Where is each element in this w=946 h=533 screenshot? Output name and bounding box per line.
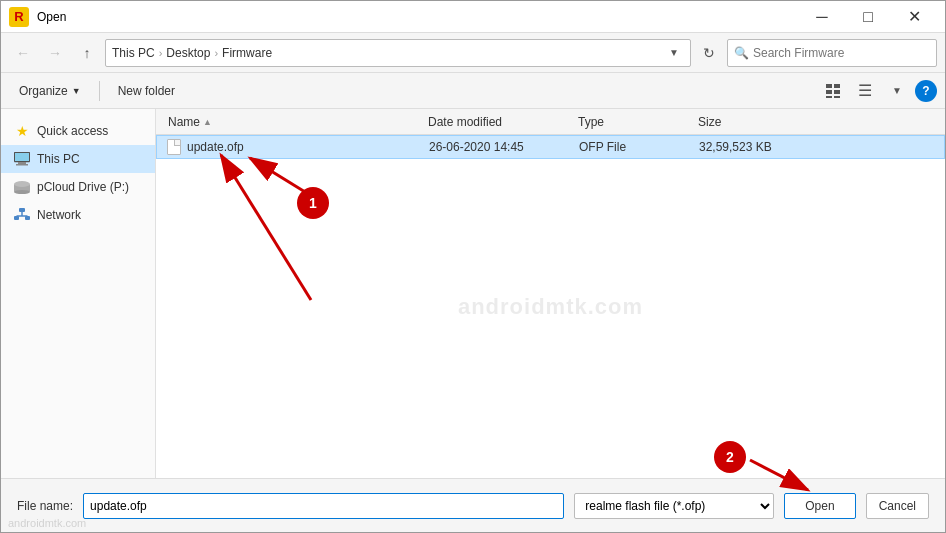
sidebar-item-pcloud[interactable]: pCloud Drive (P:): [1, 173, 155, 201]
file-size-cell: 32,59,523 KB: [699, 140, 936, 154]
up-button[interactable]: ↑: [73, 39, 101, 67]
svg-rect-8: [18, 162, 26, 164]
svg-rect-3: [834, 90, 840, 94]
open-dialog-window: R Open ─ □ ✕ ← → ↑ This PC › Desktop › F…: [0, 0, 946, 533]
view-options-button[interactable]: [819, 78, 847, 104]
file-list: androidmtk.com update.ofp 26-06-2020 14:…: [156, 135, 945, 478]
new-folder-label: New folder: [118, 84, 175, 98]
maximize-button[interactable]: □: [845, 1, 891, 33]
sidebar-item-network[interactable]: Network: [1, 201, 155, 229]
star-icon: ★: [13, 122, 31, 140]
column-header-name[interactable]: Name ▲: [164, 109, 424, 134]
open-button[interactable]: Open: [784, 493, 855, 519]
new-folder-button[interactable]: New folder: [108, 78, 185, 104]
nav-bar: ← → ↑ This PC › Desktop › Firmware ▼ ↻ 🔍: [1, 33, 945, 73]
sidebar-item-this-pc[interactable]: This PC: [1, 145, 155, 173]
view-dropdown-button[interactable]: ▼: [883, 78, 911, 104]
sidebar: ★ Quick access This PC: [1, 109, 156, 478]
view-toggle-icon: ☰: [858, 81, 872, 100]
svg-rect-9: [16, 164, 28, 166]
view-grid-icon: [825, 83, 841, 99]
organize-label: Organize: [19, 84, 68, 98]
organize-dropdown-icon: ▼: [72, 86, 81, 96]
sidebar-item-quick-access[interactable]: ★ Quick access: [1, 117, 155, 145]
bottom-bar: File name: realme flash file (*.ofp) Ope…: [1, 478, 945, 532]
svg-point-12: [14, 190, 30, 194]
sidebar-item-label: Quick access: [37, 124, 108, 138]
file-name-cell: update.ofp: [187, 140, 429, 154]
file-type-cell: OFP File: [579, 140, 699, 154]
svg-line-20: [221, 155, 311, 300]
window-title: Open: [37, 10, 799, 24]
search-input[interactable]: [753, 46, 930, 60]
back-button[interactable]: ←: [9, 39, 37, 67]
minimize-button[interactable]: ─: [799, 1, 845, 33]
column-header-type[interactable]: Type: [574, 109, 694, 134]
column-header-date[interactable]: Date modified: [424, 109, 574, 134]
forward-button[interactable]: →: [41, 39, 69, 67]
breadcrumb-level1: Desktop: [166, 46, 210, 60]
file-area: Name ▲ Date modified Type Size androidmt…: [156, 109, 945, 478]
svg-rect-2: [826, 90, 832, 94]
cancel-button[interactable]: Cancel: [866, 493, 929, 519]
svg-rect-7: [15, 153, 29, 161]
svg-rect-4: [826, 96, 832, 98]
breadcrumb: This PC › Desktop › Firmware: [112, 46, 658, 60]
network-icon: [13, 206, 31, 224]
annotation-arrows: [156, 135, 945, 478]
window-controls: ─ □ ✕: [799, 1, 937, 33]
file-header: Name ▲ Date modified Type Size: [156, 109, 945, 135]
file-name-label: File name:: [17, 499, 73, 513]
help-button[interactable]: ?: [915, 80, 937, 102]
title-bar: R Open ─ □ ✕: [1, 1, 945, 33]
svg-rect-13: [19, 208, 25, 212]
drive-icon: [13, 178, 31, 196]
breadcrumb-level2: Firmware: [222, 46, 272, 60]
pc-icon: [13, 150, 31, 168]
sidebar-item-label: pCloud Drive (P:): [37, 180, 129, 194]
address-dropdown-button[interactable]: ▼: [664, 43, 684, 63]
svg-point-11: [14, 181, 30, 187]
svg-rect-1: [834, 84, 840, 88]
toolbar: Organize ▼ New folder ☰ ▼ ?: [1, 73, 945, 109]
close-button[interactable]: ✕: [891, 1, 937, 33]
file-row[interactable]: update.ofp 26-06-2020 14:45 OFP File 32,…: [156, 135, 945, 159]
file-type-icon: [165, 138, 183, 156]
search-bar[interactable]: 🔍: [727, 39, 937, 67]
breadcrumb-root: This PC: [112, 46, 155, 60]
toolbar-separator: [99, 81, 100, 101]
address-bar[interactable]: This PC › Desktop › Firmware ▼: [105, 39, 691, 67]
refresh-button[interactable]: ↻: [695, 39, 723, 67]
column-header-size[interactable]: Size: [694, 109, 937, 134]
svg-rect-0: [826, 84, 832, 88]
svg-rect-5: [834, 96, 840, 98]
watermark-center: androidmtk.com: [458, 294, 643, 320]
sidebar-item-label: This PC: [37, 152, 80, 166]
file-name-input[interactable]: [83, 493, 564, 519]
view-toggle-button[interactable]: ☰: [851, 78, 879, 104]
file-type-select[interactable]: realme flash file (*.ofp): [574, 493, 774, 519]
toolbar-right: ☰ ▼ ?: [819, 78, 937, 104]
app-icon: R: [9, 7, 29, 27]
search-icon: 🔍: [734, 46, 749, 60]
file-date-cell: 26-06-2020 14:45: [429, 140, 579, 154]
sort-arrow-icon: ▲: [203, 117, 212, 127]
main-content: ★ Quick access This PC: [1, 109, 945, 478]
sidebar-item-label: Network: [37, 208, 81, 222]
organize-button[interactable]: Organize ▼: [9, 78, 91, 104]
